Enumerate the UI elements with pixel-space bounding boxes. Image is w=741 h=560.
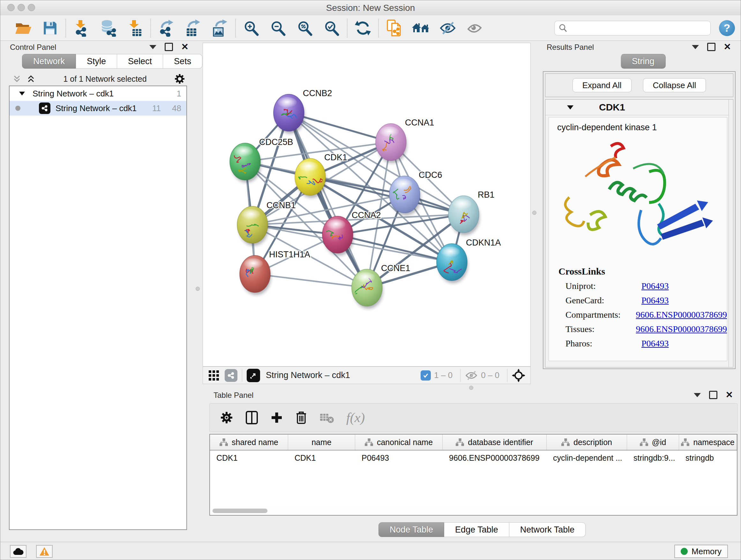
column-header--id[interactable]: @id xyxy=(627,435,679,450)
tab-sets[interactable]: Sets xyxy=(163,54,202,69)
tab-style[interactable]: Style xyxy=(76,54,117,69)
table-row[interactable]: CDK1CDK1P064939606.ENSP00000378699cyclin… xyxy=(210,450,737,465)
table-settings-gear-icon[interactable] xyxy=(220,411,233,424)
help-button[interactable]: ? xyxy=(719,20,735,36)
table-cell[interactable]: stringdb:9... xyxy=(627,450,679,465)
protein-section-header[interactable]: CDK1 xyxy=(545,100,733,115)
table-cell[interactable]: cyclin-dependent ... xyxy=(547,450,627,465)
save-session-button[interactable] xyxy=(37,17,64,40)
add-column-icon[interactable] xyxy=(270,411,283,424)
crosslink-link[interactable]: 9606.ENSP00000378699 xyxy=(636,324,727,334)
protein-details: cyclin-dependent kinase 1 xyxy=(549,117,727,361)
float-panel-icon[interactable] xyxy=(707,43,716,51)
gear-icon[interactable] xyxy=(174,73,185,84)
tab-network-table[interactable]: Network Table xyxy=(509,522,586,537)
zoom-selected-button[interactable] xyxy=(318,17,345,40)
network-node-HIST1H1A[interactable] xyxy=(240,255,271,295)
column-header-canonical-name[interactable]: canonical name xyxy=(355,435,443,450)
tab-network[interactable]: Network xyxy=(22,54,76,69)
cloud-status-button[interactable] xyxy=(10,545,26,558)
network-node-CDC25B[interactable] xyxy=(230,143,261,183)
birdseye-navigator-icon[interactable] xyxy=(512,369,525,382)
grid-view-icon[interactable] xyxy=(208,370,219,381)
import-network-from-file-button[interactable] xyxy=(68,17,95,40)
tab-edge-table[interactable]: Edge Table xyxy=(444,522,509,537)
network-node-CCNA1[interactable] xyxy=(376,124,407,163)
table-cell[interactable]: 9606.ENSP00000378699 xyxy=(443,450,547,465)
tree-expand-icon[interactable] xyxy=(18,91,25,97)
expand-all-chevron-icon[interactable] xyxy=(12,74,22,84)
tab-string[interactable]: String xyxy=(621,54,666,69)
column-header-name[interactable]: name xyxy=(288,435,355,450)
tab-select[interactable]: Select xyxy=(117,54,163,69)
vertical-splitter-handle[interactable] xyxy=(532,211,536,215)
close-panel-icon[interactable]: ✕ xyxy=(726,392,733,398)
zoom-fit-content-button[interactable] xyxy=(291,17,318,40)
export-table-button[interactable] xyxy=(180,17,206,40)
warnings-button[interactable] xyxy=(36,545,53,558)
network-node-CCNB2[interactable] xyxy=(273,94,305,134)
column-header-database-identifier[interactable]: database identifier xyxy=(443,435,547,450)
table-cell[interactable]: CDK1 xyxy=(288,450,355,465)
table-cell[interactable]: CDK1 xyxy=(210,450,288,465)
collapse-panel-icon[interactable] xyxy=(692,45,699,49)
column-header-shared-name[interactable]: shared name xyxy=(210,435,288,450)
float-panel-icon[interactable] xyxy=(165,43,173,51)
network-collection-row[interactable]: String Network – cdk1 1 xyxy=(10,86,186,101)
collapse-panel-icon[interactable] xyxy=(694,393,701,397)
expand-all-button[interactable]: Expand All xyxy=(572,78,631,92)
section-expand-icon[interactable] xyxy=(566,105,574,110)
open-session-button[interactable] xyxy=(10,17,37,40)
close-panel-icon[interactable]: ✕ xyxy=(724,44,731,50)
collapse-all-button[interactable]: Collapse All xyxy=(643,78,706,92)
search-input[interactable] xyxy=(567,23,706,33)
float-panel-icon[interactable] xyxy=(709,391,718,399)
column-header-namespace[interactable]: namespace xyxy=(679,435,737,450)
column-label: database identifier xyxy=(468,438,533,447)
network-node-CDKN1A[interactable] xyxy=(436,244,468,283)
network-node-CCNB1[interactable] xyxy=(237,206,268,246)
collapse-all-chevron-icon[interactable] xyxy=(26,74,36,84)
network-node-CCNE1[interactable] xyxy=(352,269,383,309)
network-node-RB1[interactable] xyxy=(448,196,480,235)
save-icon xyxy=(43,20,58,36)
network-node-CCNA2[interactable] xyxy=(322,216,354,256)
network-view-canvas[interactable]: CCNB2CCNA1CDC25BCDK1CDC6RB1CCNB1CCNA2CDK… xyxy=(203,43,531,367)
close-panel-icon[interactable]: ✕ xyxy=(181,44,189,50)
horizontal-splitter-handle[interactable] xyxy=(469,386,473,390)
show-columns-icon[interactable] xyxy=(246,411,258,425)
collapse-panel-icon[interactable] xyxy=(149,45,156,49)
crosslink-link[interactable]: P06493 xyxy=(642,295,669,306)
table-cell[interactable]: stringdb xyxy=(679,450,737,465)
delete-column-icon[interactable] xyxy=(295,411,307,425)
memory-button[interactable]: Memory xyxy=(674,545,728,558)
tab-node-table[interactable]: Node Table xyxy=(379,522,444,537)
export-image-button[interactable] xyxy=(206,17,233,40)
network-share-view-icon[interactable] xyxy=(225,369,238,382)
import-table-from-file-button[interactable] xyxy=(122,17,148,40)
import-network-from-database-button[interactable] xyxy=(95,17,122,40)
crosslink-link[interactable]: P06493 xyxy=(642,281,669,291)
network-edge-CCNB2-CCNE1[interactable] xyxy=(289,113,367,288)
vertical-splitter-handle[interactable] xyxy=(196,287,200,291)
selected-checkbox-icon[interactable] xyxy=(421,370,431,381)
network-node-CDK1[interactable] xyxy=(295,159,326,198)
home-button[interactable] xyxy=(408,17,434,40)
table-horizontal-scrollbar[interactable] xyxy=(211,508,736,514)
network-edge-HIST1H1A-CCNE1[interactable] xyxy=(255,274,367,288)
zoom-out-button[interactable] xyxy=(265,17,291,40)
network-row-selected[interactable]: String Network – cdk1 11 48 xyxy=(10,101,186,116)
detach-view-icon[interactable] xyxy=(247,369,260,382)
results-vertical-scrollbar[interactable] xyxy=(729,100,733,367)
crosslink-link[interactable]: P06493 xyxy=(642,338,669,349)
table-cell[interactable]: P06493 xyxy=(355,450,443,465)
export-network-button[interactable] xyxy=(153,17,180,40)
crosslink-link[interactable]: 9606.ENSP00000378699 xyxy=(636,310,727,320)
column-header-description[interactable]: description xyxy=(547,435,627,450)
hide-selected-button[interactable] xyxy=(434,17,461,40)
show-all-button[interactable] xyxy=(461,17,488,40)
refresh-view-button[interactable] xyxy=(349,17,376,40)
zoom-in-button[interactable] xyxy=(238,17,265,40)
scrollbar-thumb[interactable] xyxy=(212,509,267,513)
clone-network-view-button[interactable] xyxy=(381,17,408,40)
